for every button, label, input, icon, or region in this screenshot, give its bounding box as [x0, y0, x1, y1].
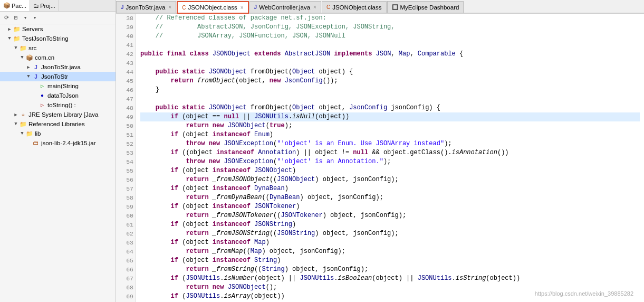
- code-line-65: if (object instanceof String): [140, 256, 640, 265]
- sidebar-toolbar: ⟳ ⊟ ▾ ▾: [0, 12, 116, 24]
- json-lib-jar-label: json-lib-2.4-jdk15.jar: [41, 140, 96, 146]
- code-line-53: if ((object instanceof Annotation) || ob…: [140, 148, 640, 157]
- com-cn-label: com.cn: [35, 54, 54, 61]
- tab-webcontroller-java[interactable]: J WebController.java ×: [249, 1, 321, 13]
- folder-icon-referenced: 📁: [19, 121, 27, 128]
- class-icon-json-to-str: J: [32, 74, 40, 80]
- code-line-59: if (object instanceof JSONTokener): [140, 202, 640, 211]
- json-to-str-java-label: JsonToStr.java: [41, 64, 81, 70]
- collapse-icon[interactable]: ⊟: [12, 14, 20, 22]
- code-line-58: return _fromDynaBean((DynaBean) object, …: [140, 193, 640, 202]
- sidebar-item-jre[interactable]: ▶ ☕ JRE System Library [Java: [0, 110, 116, 119]
- servers-label: Servers: [22, 26, 43, 32]
- sidebar-tab-package-label: Pac...: [12, 3, 26, 9]
- code-line-46: }: [140, 86, 640, 95]
- sidebar-tab-project[interactable]: 🗂 Proj...: [30, 0, 59, 11]
- tree-arrow-test: ▼: [6, 36, 13, 41]
- sidebar-item-json-to-str-java[interactable]: ▶ J JsonToStr.java: [0, 62, 116, 72]
- code-line-42: public final class JSONObject extends Ab…: [140, 50, 640, 59]
- lib-label: lib: [35, 130, 41, 137]
- code-line-67: if (JSONUtils.isNumber(object) || JSONUt…: [140, 274, 640, 283]
- code-line-64: return _fromMap((Map) object, jsonConfig…: [140, 247, 640, 256]
- tab-myeclipse-dashboard[interactable]: 🔲 MyEclipse Dashboard: [387, 1, 464, 13]
- sidebar-item-test[interactable]: ▼ 📁 TestJsonToString: [0, 34, 116, 43]
- code-line-38: // Referenced classes of package net.sf.…: [140, 14, 640, 23]
- class-tab-icon-1: C: [182, 5, 186, 11]
- line-numbers: 38 39 40 41 42 43 44 45 46 47 48 49 50 5…: [116, 14, 136, 302]
- folder-icon-servers: 📁: [13, 26, 21, 33]
- src-label: src: [28, 45, 36, 51]
- tab-close-1[interactable]: ×: [241, 5, 244, 11]
- sidebar-item-json-to-str-class[interactable]: ▼ J JsonToStr: [0, 72, 116, 81]
- tab-label-4: MyEclipse Dashboard: [400, 4, 459, 11]
- code-line-66: return _fromString((String) object, json…: [140, 265, 640, 274]
- code-line-41: [140, 41, 640, 50]
- tree-arrow-jre: ▶: [13, 112, 19, 118]
- menu2-icon[interactable]: ▾: [31, 14, 39, 22]
- package-icon: 📦: [3, 2, 11, 9]
- editor-area: J JsonToStr.java × C JSONObject.class × …: [116, 0, 644, 302]
- code-line-55: if (object instanceof JSONObject): [140, 166, 640, 175]
- sidebar-tab-project-label: Proj...: [40, 3, 55, 9]
- json-to-str-class-label: JsonToStr: [41, 73, 68, 80]
- sidebar-tab-package[interactable]: 📦 Pac...: [0, 0, 30, 11]
- to-string-label: toString() :: [47, 102, 76, 108]
- sidebar-item-servers[interactable]: ▶ 📁 Servers: [0, 24, 116, 34]
- tab-label-2: WebController.java: [259, 4, 310, 11]
- sidebar-item-json-lib-jar[interactable]: 🗃 json-lib-2.4-jdk15.jar: [0, 138, 116, 148]
- tree-arrow-json-to-str: ▶: [25, 64, 32, 70]
- code-line-40: // JSONArray, JSONFunction, JSON, JSONNu…: [140, 32, 640, 41]
- code-line-49: if (object == null || JSONUtils.isNull(o…: [140, 112, 640, 121]
- tab-label-3: JSONObject.class: [332, 4, 381, 11]
- code-editor[interactable]: 38 39 40 41 42 43 44 45 46 47 48 49 50 5…: [116, 14, 644, 302]
- sidebar-item-main[interactable]: ▷ main(String: [0, 81, 116, 91]
- code-line-50: return new JSONObject(true);: [140, 121, 640, 130]
- code-line-56: return _fromJSONObject((JSONObject) obje…: [140, 175, 640, 184]
- sidebar-item-data-to-json[interactable]: ● dataToJson: [0, 91, 116, 100]
- jar-icon-json-lib: 🗃: [32, 140, 40, 146]
- code-line-61: if (object instanceof JSONString): [140, 220, 640, 229]
- tab-jsonobject-class-inactive[interactable]: C JSONObject.class: [322, 1, 387, 13]
- tree-arrow-src: ▼: [13, 45, 19, 51]
- watermark: https://blog.csdn.net/weixin_39885282: [535, 290, 633, 297]
- tab-json-to-str-java[interactable]: J JsonToStr.java ×: [116, 1, 176, 13]
- tab-jsonobject-class-active[interactable]: C JSONObject.class ×: [177, 1, 248, 14]
- editor-tab-bar: J JsonToStr.java × C JSONObject.class × …: [116, 0, 644, 14]
- code-line-51: if (object instanceof Enum): [140, 130, 640, 139]
- sidebar-item-lib[interactable]: ▼ 📁 lib: [0, 129, 116, 138]
- jre-label: JRE System Library [Java: [28, 111, 98, 118]
- tree-arrow-com-cn: ▼: [19, 55, 25, 60]
- code-line-43: [140, 59, 640, 68]
- code-line-39: // AbstractJSON, JsonConfig, JSONExcepti…: [140, 23, 640, 32]
- data-to-json-label: dataToJson: [47, 92, 79, 99]
- code-line-57: if (object instanceof DynaBean): [140, 184, 640, 193]
- java-icon-json-to-str: J: [32, 64, 40, 70]
- dashboard-tab-icon-4: 🔲: [392, 4, 398, 10]
- tab-close-0[interactable]: ×: [168, 4, 171, 10]
- sidebar-item-src[interactable]: ▼ 📁 src: [0, 43, 116, 53]
- test-label: TestJsonToString: [22, 35, 69, 42]
- field-icon-data-to-json: ●: [38, 93, 46, 99]
- folder-icon-lib: 📁: [25, 130, 34, 137]
- folder-icon-test: 📁: [13, 35, 21, 42]
- sidebar-item-to-string[interactable]: ▷ toString() :: [0, 100, 116, 110]
- code-line-45: return fromObject(object, new JsonConfig…: [140, 77, 640, 86]
- sidebar-item-com-cn[interactable]: ▼ 📦 com.cn: [0, 53, 116, 62]
- code-line-62: return _fromJSONString((JSONString) obje…: [140, 229, 640, 238]
- class-tab-icon-3: C: [326, 4, 330, 10]
- method-icon-to-string: ▷: [38, 102, 46, 108]
- sync-icon[interactable]: ⟳: [2, 14, 11, 22]
- tree-arrow-json-to-str-class: ▼: [25, 74, 32, 79]
- tab-close-2[interactable]: ×: [313, 4, 316, 10]
- code-line-47: [140, 95, 640, 103]
- tab-label-1: JSONObject.class: [188, 4, 237, 11]
- sidebar-tab-bar: 📦 Pac... 🗂 Proj...: [0, 0, 116, 12]
- code-line-48: public static JSONObject fromObject(Obje…: [140, 103, 640, 112]
- code-line-52: throw new JSONException("'object' is an …: [140, 139, 640, 148]
- sidebar-item-referenced-libraries[interactable]: ▼ 📁 Referenced Libraries: [0, 119, 116, 129]
- tree-arrow-lib: ▼: [19, 131, 25, 136]
- menu1-icon[interactable]: ▾: [21, 14, 30, 22]
- code-lines: // Referenced classes of package net.sf.…: [136, 14, 644, 302]
- java-tab-icon-2: J: [254, 4, 257, 10]
- code-line-44: public static JSONObject fromObject(Obje…: [140, 68, 640, 77]
